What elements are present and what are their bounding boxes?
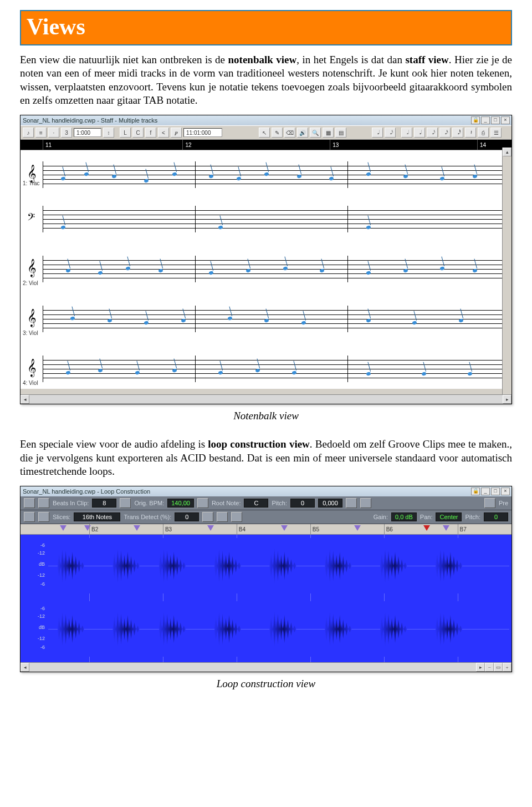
view-options-icon[interactable]: ☰ bbox=[490, 128, 502, 138]
staff-track: 𝄞 3: Viol bbox=[43, 306, 505, 332]
beats-label: Beats In Clip: bbox=[53, 500, 89, 506]
note-duration-icon[interactable]: 𝅘𝅥 bbox=[372, 128, 383, 138]
treble-clef-icon: 𝄞 bbox=[27, 259, 37, 277]
note-duration-icon[interactable]: 𝅘𝅥𝅮 bbox=[427, 128, 438, 138]
pointer-tool-icon[interactable]: ↖ bbox=[259, 128, 270, 138]
pre-label: Pre bbox=[499, 500, 508, 506]
trans-detect-input[interactable]: 0 bbox=[175, 512, 199, 521]
dynamics-button[interactable]: f bbox=[145, 128, 156, 138]
zoom-out-icon[interactable]: − bbox=[485, 663, 494, 672]
note-duration-icon[interactable]: 𝅘𝅥𝅮 bbox=[385, 128, 396, 138]
envelope-icon[interactable] bbox=[231, 512, 242, 522]
play-icon[interactable] bbox=[346, 498, 357, 508]
ruler-tick: B3 bbox=[163, 524, 172, 534]
bass-clef-icon: 𝄢 bbox=[27, 211, 35, 226]
track-label: 2: Viol bbox=[23, 280, 38, 286]
slice-marker-icon[interactable] bbox=[281, 525, 288, 531]
draw-tool-icon[interactable]: ✎ bbox=[272, 128, 283, 138]
slice-marker-icon[interactable] bbox=[443, 525, 449, 531]
minimize-icon[interactable]: _ bbox=[481, 488, 490, 495]
pedal-button[interactable]: 𝆏 bbox=[171, 128, 182, 138]
waveform-area[interactable]: -6 -12 dB -12 -6 -6 -12 dB -12 -6 bbox=[21, 535, 511, 662]
ruler-tick: B6 bbox=[384, 524, 393, 534]
scroll-right-icon[interactable]: ▸ bbox=[503, 395, 511, 404]
zoom-input[interactable]: 1:000 bbox=[74, 128, 101, 137]
slice-marker-icon[interactable] bbox=[134, 525, 140, 531]
scroll-right-icon[interactable]: ▸ bbox=[476, 663, 485, 672]
slice-marker-icon[interactable] bbox=[423, 525, 430, 531]
scroll-left-icon[interactable]: ◂ bbox=[21, 663, 29, 672]
maximize-icon[interactable]: □ bbox=[491, 116, 500, 124]
tool-button[interactable]: ♪ bbox=[23, 128, 34, 138]
ruler-tick: 13 bbox=[330, 140, 339, 150]
pointer-tool-icon[interactable] bbox=[24, 512, 35, 522]
bpm-label: Orig. BPM: bbox=[134, 500, 164, 506]
root-note-select[interactable]: C bbox=[244, 499, 268, 507]
note-duration-icon[interactable]: 𝅘𝅥𝅯 bbox=[439, 128, 451, 138]
zoom-tool-icon[interactable]: 🔍 bbox=[310, 128, 321, 138]
horizontal-scrollbar[interactable]: ◂ ▸ − ▭ + bbox=[21, 662, 511, 672]
horizontal-scrollbar[interactable]: ◂ ▸ bbox=[21, 394, 511, 404]
window-buttons: 🔒 _ □ × bbox=[471, 116, 510, 124]
hairpin-button[interactable]: < bbox=[158, 128, 169, 138]
scroll-left-icon[interactable]: ◂ bbox=[21, 395, 29, 404]
lock-icon[interactable]: 🔒 bbox=[471, 116, 480, 124]
gain-label: Gain: bbox=[374, 514, 388, 520]
zoom-fit-icon[interactable]: ▭ bbox=[494, 663, 503, 672]
staff-notation-area[interactable]: 𝄞 1: Trac 𝄢 𝄞 bbox=[21, 150, 511, 389]
tool-button[interactable]: ↕ bbox=[103, 128, 114, 138]
pan-value[interactable]: Center bbox=[436, 512, 462, 521]
slice-marker-icon[interactable] bbox=[354, 525, 361, 531]
section-banner: Views bbox=[20, 10, 512, 45]
loop-icon[interactable] bbox=[38, 498, 49, 508]
pitch-semitones-input[interactable]: 0 bbox=[290, 499, 315, 507]
note-duration-icon[interactable]: 𝅘𝅥 bbox=[414, 128, 425, 138]
slice-pitch-value[interactable]: 0 bbox=[484, 512, 508, 521]
note-duration-icon[interactable]: 𝅘𝅥𝅰 bbox=[452, 128, 463, 138]
select-tool-icon[interactable] bbox=[484, 498, 495, 508]
track-label: 3: Viol bbox=[23, 330, 38, 336]
print-icon[interactable]: ⎙ bbox=[478, 128, 489, 138]
vertical-scrollbar[interactable]: ▴ bbox=[502, 148, 511, 395]
maximize-icon[interactable]: □ bbox=[491, 488, 500, 495]
note-duration-icon[interactable]: 𝄽 bbox=[465, 128, 476, 138]
envelope-icon[interactable] bbox=[202, 512, 213, 522]
erase-tool-icon[interactable]: ⌫ bbox=[284, 128, 295, 138]
snap-tool-icon[interactable]: ▦ bbox=[323, 128, 334, 138]
pitch-cents-input[interactable]: 0,000 bbox=[318, 499, 342, 507]
bpm-value[interactable]: 140,00 bbox=[167, 499, 194, 507]
stretch-icon[interactable] bbox=[120, 498, 131, 508]
loop-time-ruler[interactable]: B2 B3 B4 B5 B6 B7 bbox=[21, 524, 511, 535]
close-icon[interactable]: × bbox=[501, 116, 510, 124]
slice-marker-icon[interactable] bbox=[60, 525, 66, 531]
note-duration-icon[interactable]: 𝅗𝅥 bbox=[401, 128, 412, 138]
staff-time-ruler[interactable]: 11 12 13 14 bbox=[21, 140, 511, 150]
beats-input[interactable]: 8 bbox=[92, 499, 116, 507]
staff-track: 𝄢 bbox=[43, 206, 505, 232]
scroll-up-icon[interactable]: ▴ bbox=[503, 148, 511, 156]
figure-caption-1: Notenbalk view bbox=[20, 410, 512, 422]
scrub-tool-icon[interactable]: 🔊 bbox=[297, 128, 308, 138]
ruler-tick: 14 bbox=[477, 140, 486, 150]
close-icon[interactable]: × bbox=[501, 488, 510, 495]
grid-tool-icon[interactable]: ▤ bbox=[335, 128, 346, 138]
layout-button[interactable]: L bbox=[120, 128, 131, 138]
tool-button[interactable]: · bbox=[48, 128, 59, 138]
envelope-icon[interactable] bbox=[217, 512, 228, 522]
gain-value[interactable]: 0,0 dB bbox=[391, 512, 417, 521]
minimize-icon[interactable]: _ bbox=[481, 116, 490, 124]
slices-select[interactable]: 16th Notes bbox=[74, 512, 120, 521]
save-icon[interactable] bbox=[24, 498, 35, 508]
ruler-tick: B5 bbox=[310, 524, 319, 534]
staff-track: 𝄞 1: Trac bbox=[43, 161, 505, 188]
pitch-label: Pitch: bbox=[272, 500, 287, 506]
lock-icon[interactable]: 🔒 bbox=[471, 488, 480, 495]
stop-icon[interactable] bbox=[360, 498, 371, 508]
erase-tool-icon[interactable] bbox=[38, 512, 49, 522]
tool-button[interactable]: ≡ bbox=[35, 128, 47, 138]
slice-marker-icon[interactable] bbox=[207, 525, 214, 531]
chord-button[interactable]: C bbox=[132, 128, 144, 138]
tool-button[interactable]: 3 bbox=[61, 128, 72, 138]
pitch-follow-icon[interactable] bbox=[197, 498, 208, 508]
zoom-in-icon[interactable]: + bbox=[503, 663, 511, 672]
